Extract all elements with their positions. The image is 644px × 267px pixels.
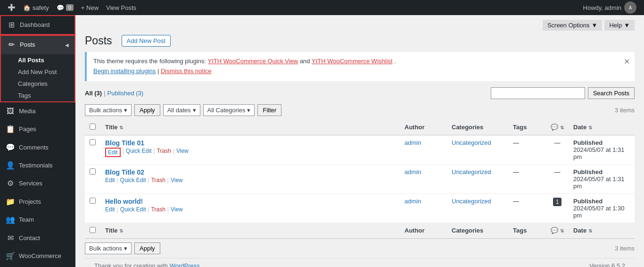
row1-tags-cell: —: [508, 135, 546, 164]
comments-link[interactable]: 💬 0: [53, 0, 77, 15]
row3-tags-cell: —: [508, 193, 546, 223]
table-footer-row: Title ⇅ Author Categories Tags 💬 ⇅ Date …: [85, 223, 635, 238]
sidebar-item-projects[interactable]: 📁 Projects: [0, 193, 75, 211]
footer-select-all-checkbox[interactable]: [90, 227, 96, 233]
row1-category-link[interactable]: Uncategorized: [452, 139, 491, 146]
all-posts-filter-link[interactable]: All (3): [85, 90, 102, 97]
filter-row: All (3) | Published (3): [85, 86, 143, 100]
footer-col-title[interactable]: Title ⇅: [100, 223, 400, 238]
sidebar-item-posts[interactable]: ✏ Posts ◀: [1, 36, 74, 54]
plugin2-link[interactable]: YITH WooCommerce Wishlist: [312, 58, 393, 65]
footer-date-sort-icon: ⇅: [588, 228, 592, 234]
admin-sidebar: ⊞ Dashboard ✏ Posts ◀ All Posts Add New …: [0, 15, 75, 267]
sidebar-item-comments[interactable]: 💬 Comments: [0, 139, 75, 157]
row2-category-link[interactable]: Uncategorized: [452, 168, 491, 175]
footer-version: Version 6.5.2: [589, 262, 625, 267]
bulk-actions-bottom-select[interactable]: Bulk actions ▾: [85, 242, 132, 254]
tablenav-bottom: Bulk actions ▾ Apply 3 items: [85, 242, 635, 254]
notice-dismiss-icon[interactable]: ✕: [624, 56, 630, 68]
bulk-actions-bottom-chevron-icon: ▾: [124, 245, 127, 252]
view-posts-link[interactable]: View Posts: [102, 0, 140, 15]
bulk-apply-button[interactable]: Apply: [134, 104, 160, 116]
site-name-link[interactable]: 🏠 safety: [19, 0, 53, 15]
row1-quick-edit-link[interactable]: Quick Edit: [126, 148, 152, 157]
footer-thanks: Thank you for creating with WordPress .: [94, 262, 203, 267]
row3-comment-count[interactable]: 1: [553, 198, 562, 206]
plugin1-link[interactable]: YITH WooCommerce Quick View: [208, 58, 298, 65]
row1-title-link[interactable]: Blog Title 01: [105, 139, 144, 147]
bulk-actions-select[interactable]: Bulk actions ▾: [85, 104, 132, 116]
row3-checkbox[interactable]: [90, 198, 96, 204]
main-content: Screen Options ▼ Help ▼ Posts Add New Po…: [75, 15, 644, 267]
row3-checkbox-cell: [85, 193, 100, 223]
help-button[interactable]: Help ▼: [604, 20, 635, 31]
row2-title-link[interactable]: Blog Title 02: [105, 168, 144, 176]
row1-author-link[interactable]: admin: [405, 139, 421, 146]
row1-edit-link[interactable]: Edit: [108, 149, 118, 156]
footer-title-sort-icon: ⇅: [119, 228, 123, 234]
row1-date-value: 2024/05/07 at 1:31 pm: [573, 146, 624, 160]
footer-col-date[interactable]: Date ⇅: [569, 223, 635, 238]
install-plugins-link[interactable]: Begin installing plugins: [93, 67, 156, 75]
screen-options-button[interactable]: Screen Options ▼: [543, 20, 602, 31]
posts-arrow-icon: ◀: [65, 42, 69, 49]
wp-logo-icon[interactable]: ✚: [4, 2, 19, 13]
row3-category-link[interactable]: Uncategorized: [452, 198, 491, 205]
sidebar-item-testimonials[interactable]: 👤 Testimonials: [0, 157, 75, 175]
search-box: Search Posts: [491, 87, 635, 99]
sidebar-item-dashboard[interactable]: ⊞ Dashboard: [0, 15, 75, 35]
submenu-add-new[interactable]: Add New Post: [1, 66, 74, 78]
published-filter-link[interactable]: Published (3): [107, 90, 144, 97]
search-posts-input[interactable]: [491, 87, 585, 99]
row2-author-link[interactable]: admin: [405, 168, 421, 175]
row2-trash-link[interactable]: Trash: [151, 177, 165, 184]
sidebar-item-team[interactable]: 👥 Team: [0, 211, 75, 229]
services-icon: ⚙: [6, 178, 15, 189]
submenu-categories[interactable]: Categories: [1, 78, 74, 90]
post-status-filter: All (3) | Published (3): [85, 90, 143, 97]
wp-link[interactable]: WordPress: [170, 262, 200, 267]
bulk-apply-bottom-button[interactable]: Apply: [134, 242, 160, 254]
dismiss-notice-link[interactable]: Dismiss this notice: [161, 67, 212, 75]
search-posts-button[interactable]: Search Posts: [588, 87, 635, 99]
row3-author-link[interactable]: admin: [405, 198, 421, 205]
row1-view-link[interactable]: View: [176, 148, 189, 157]
table-row: Blog Title 01 Edit | Quick Edit | Trash …: [85, 135, 635, 164]
comment-icon: 💬: [57, 4, 64, 11]
row1-trash-link[interactable]: Trash: [157, 148, 171, 157]
row3-edit-link[interactable]: Edit: [105, 206, 115, 213]
submenu-all-posts[interactable]: All Posts: [1, 54, 74, 66]
sidebar-item-media[interactable]: 🖼 Media: [0, 102, 75, 120]
row3-quick-edit-link[interactable]: Quick Edit: [120, 206, 146, 213]
submenu-tags[interactable]: Tags: [1, 90, 74, 101]
row2-tags-value: —: [513, 168, 519, 175]
col-header-date[interactable]: Date ⇅: [569, 120, 635, 135]
select-all-checkbox[interactable]: [90, 124, 96, 130]
sidebar-item-woocommerce[interactable]: 🛒 WooCommerce: [0, 247, 75, 265]
row3-comment-cell: 1: [546, 193, 569, 223]
categories-filter-select[interactable]: All Categories ▾: [203, 104, 255, 116]
row2-quick-edit-link[interactable]: Quick Edit: [120, 177, 146, 184]
new-content-link[interactable]: + New: [77, 0, 102, 15]
row3-view-link[interactable]: View: [171, 206, 183, 213]
sidebar-item-services[interactable]: ⚙ Services: [0, 175, 75, 192]
col-header-title[interactable]: Title ⇅: [100, 120, 400, 135]
row3-title-link[interactable]: Hello world!: [105, 198, 143, 205]
row2-checkbox[interactable]: [90, 168, 96, 175]
footer-col-comment[interactable]: 💬 ⇅: [546, 223, 569, 238]
row2-edit-link[interactable]: Edit: [105, 177, 115, 184]
filter-button[interactable]: Filter: [257, 104, 281, 116]
sidebar-item-contact[interactable]: ✉ Contact: [0, 229, 75, 247]
bulk-actions-chevron-icon: ▾: [124, 107, 127, 114]
dates-filter-select[interactable]: All dates ▾: [163, 104, 200, 116]
sidebar-item-pages[interactable]: 📋 Pages: [0, 120, 75, 138]
add-new-post-button[interactable]: Add New Post: [122, 35, 171, 47]
row2-view-link[interactable]: View: [171, 177, 183, 184]
user-menu[interactable]: Howdy, admin A: [579, 1, 640, 14]
footer-comment-icon: 💬: [551, 227, 558, 234]
row3-date-cell: Published 2024/05/07 at 1:30 pm: [569, 193, 635, 223]
col-header-comment[interactable]: 💬 ⇅: [546, 120, 569, 135]
row1-checkbox[interactable]: [90, 139, 96, 145]
row1-comment-cell: —: [546, 135, 569, 164]
row3-trash-link[interactable]: Trash: [151, 206, 165, 213]
